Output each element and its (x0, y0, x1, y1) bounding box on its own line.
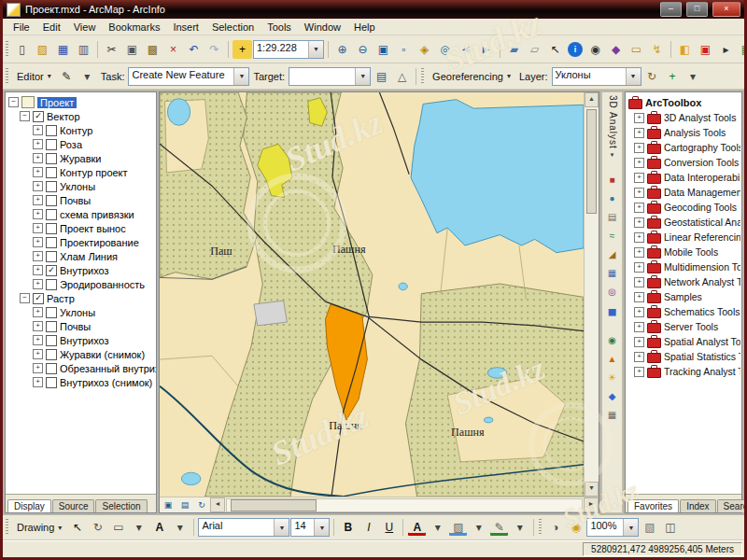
expand-icon[interactable]: + (634, 307, 644, 317)
expand-icon[interactable]: + (634, 277, 644, 287)
italic-icon[interactable]: I (359, 518, 378, 537)
shape-tool-icon[interactable]: ▭ (108, 518, 128, 537)
fill-color-dropdown-icon[interactable]: ▾ (469, 518, 488, 537)
map-vertical-scrollbar[interactable]: ▲ ▼ (584, 92, 599, 497)
scroll-right-icon[interactable]: ► (584, 497, 599, 512)
expand-icon[interactable]: + (634, 247, 644, 258)
fixed-zoom-in-icon[interactable]: ▣ (374, 40, 393, 59)
bold-icon[interactable]: B (338, 518, 358, 537)
toolbox-item[interactable]: +Tracking Analyst Tools (628, 364, 740, 379)
layer-combo[interactable]: Уклоны▼ (552, 67, 641, 86)
layer-checkbox[interactable] (46, 223, 57, 234)
combo-arrow-icon[interactable]: ▼ (314, 519, 329, 536)
sketch-tool-icon[interactable]: ✎ (57, 67, 77, 86)
expand-icon[interactable]: + (634, 113, 644, 123)
expand-icon[interactable]: + (634, 128, 644, 138)
layer-checkbox[interactable] (46, 307, 57, 318)
redo-icon[interactable]: ↷ (204, 40, 224, 59)
toolbox-item[interactable]: +Analysis Tools (628, 125, 740, 140)
rotate-icon[interactable]: ↻ (642, 67, 662, 86)
toc-layer-row[interactable]: +✓Внутрихоз (8, 263, 156, 277)
toolbox-item[interactable]: +3D Analyst Tools (628, 110, 740, 125)
toolbox-item[interactable]: +Geocoding Tools (628, 200, 740, 215)
toolbox-item[interactable]: +Samples (628, 289, 740, 304)
layer-checkbox[interactable] (46, 153, 57, 164)
layers-icon[interactable]: ▤ (603, 209, 621, 226)
menu-help[interactable]: Help (347, 21, 382, 34)
task-combo[interactable]: Create New Feature▼ (128, 67, 249, 86)
data-view-icon[interactable]: ▣ (160, 497, 176, 512)
undo-icon[interactable]: ↶ (184, 40, 204, 59)
layer-checkbox[interactable] (46, 125, 57, 136)
expand-icon[interactable]: + (634, 203, 644, 213)
toc-layer-row[interactable]: +Эродированность (8, 277, 156, 291)
add-control-points-icon[interactable]: + (663, 67, 683, 86)
menu-view[interactable]: View (67, 21, 103, 34)
layer-checkbox[interactable] (46, 349, 57, 360)
map-horizontal-scrollbar[interactable] (226, 498, 583, 512)
refresh-view-icon[interactable]: ↻ (193, 497, 210, 512)
go-to-xy-icon[interactable]: ◆ (606, 40, 626, 59)
toolbox-item[interactable]: +Data Management Tools (628, 185, 740, 200)
expand-icon[interactable]: + (634, 188, 644, 198)
expand-icon[interactable]: + (33, 209, 43, 219)
close-button[interactable]: × (712, 2, 740, 17)
title-bar[interactable]: Проект.mxd - ArcMap - ArcInfo – □ × (3, 0, 744, 19)
expand-icon[interactable]: + (33, 279, 43, 289)
toolbar-grip[interactable] (6, 519, 8, 536)
forward-extent-icon[interactable]: ► (476, 40, 496, 59)
arccatalog-icon[interactable]: ◧ (675, 40, 695, 59)
menu-selection[interactable]: Selection (205, 21, 261, 34)
fly-icon[interactable]: ▲ (603, 351, 621, 368)
expand-icon[interactable]: + (634, 217, 644, 228)
expand-icon[interactable]: + (33, 321, 43, 331)
toc-layer-row[interactable]: +Роза (8, 137, 156, 151)
toolbox-item[interactable]: +Network Analyst Tools (628, 274, 740, 289)
toolbox-item[interactable]: +Multidimension Tools (628, 259, 740, 274)
layer-checkbox[interactable] (46, 237, 57, 248)
expand-icon[interactable]: + (634, 262, 644, 273)
expand-icon[interactable]: + (634, 143, 644, 153)
line-color-dropdown-icon[interactable]: ▾ (510, 518, 529, 537)
toc-layer-row[interactable]: +Уклоны (8, 305, 156, 319)
command-line-icon[interactable]: ▸ (716, 40, 736, 59)
expand-icon[interactable]: + (33, 349, 43, 359)
measure-icon[interactable]: ▭ (627, 40, 646, 59)
collapse-icon[interactable]: − (20, 293, 30, 303)
expand-icon[interactable]: + (634, 232, 644, 243)
fixed-zoom-out-icon[interactable]: ▫ (394, 40, 414, 59)
font-color-dropdown-icon[interactable]: ▾ (428, 518, 447, 537)
minimize-button[interactable]: – (660, 2, 682, 17)
tab-selection[interactable]: Selection (95, 499, 147, 512)
toc-group-row[interactable]: −✓Растр (8, 291, 156, 305)
vertical-scroll-track[interactable] (585, 216, 599, 482)
select-elements-icon[interactable]: ↖ (545, 40, 565, 59)
drawing-menu-button[interactable]: Drawing▾ (12, 519, 66, 536)
menu-insert[interactable]: Insert (166, 21, 205, 34)
expand-icon[interactable]: + (634, 158, 644, 168)
select-features-icon[interactable]: ▰ (504, 40, 524, 59)
toc-layer-row[interactable]: +Проектирование (8, 235, 156, 249)
toolbox-item[interactable]: +Mobile Tools (628, 245, 740, 259)
layer-checkbox[interactable] (46, 377, 57, 388)
expand-icon[interactable]: + (33, 181, 43, 191)
toolbar-grip[interactable] (6, 68, 8, 85)
fill-color-icon[interactable]: ▨ (448, 518, 468, 537)
expand-icon[interactable]: + (33, 153, 43, 163)
combo-arrow-icon[interactable]: ▼ (626, 68, 641, 85)
vertical-scroll-thumb[interactable] (586, 109, 597, 214)
arctoolbox-toggle-icon[interactable]: ▣ (696, 40, 715, 59)
toc-root-label[interactable]: Проект (37, 97, 77, 108)
expand-icon[interactable]: + (33, 335, 43, 345)
toc-layer-row[interactable]: +Почвы (8, 319, 156, 333)
expand-icon[interactable]: + (33, 377, 43, 387)
expand-icon[interactable]: + (33, 265, 43, 275)
expand-icon[interactable]: + (33, 251, 43, 261)
menu-window[interactable]: Window (298, 21, 347, 34)
grid-icon[interactable]: ▦ (603, 265, 621, 282)
save-icon[interactable]: ▦ (53, 40, 73, 59)
toolbox-item[interactable]: +Geostatistical Analyst Tools (628, 215, 740, 230)
identify-icon[interactable]: i (568, 42, 583, 57)
toc-layer-row[interactable]: +Журавки (8, 151, 156, 165)
expand-icon[interactable]: + (33, 167, 43, 177)
